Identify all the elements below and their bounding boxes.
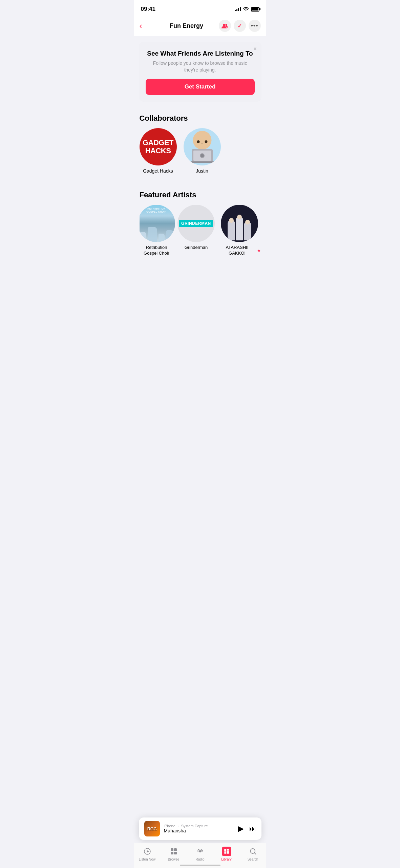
tab-library[interactable]: Library (216, 847, 237, 861)
atarashii-avatar (221, 205, 258, 242)
svg-point-8 (199, 850, 201, 852)
tab-browse[interactable]: Browse (164, 847, 184, 861)
now-playing-destination: System Capture (181, 824, 208, 828)
tab-search[interactable]: Search (243, 847, 263, 861)
radio-icon (195, 847, 205, 856)
check-button[interactable]: ✓ (234, 20, 246, 32)
svg-rect-5 (174, 848, 177, 851)
now-playing-info: iPhone → System Capture Maharisha (164, 824, 234, 833)
now-playing-source: iPhone (164, 824, 175, 828)
banner-close-button[interactable]: × (253, 46, 256, 52)
svg-rect-9 (224, 849, 226, 852)
home-indicator (180, 865, 220, 866)
artists-list: RETRIBUTIONGOSPEL CHOIR RetributionGospe… (140, 205, 261, 260)
more-button[interactable]: ••• (249, 20, 261, 32)
featured-artists-title: Featured Artists (140, 191, 261, 199)
artist-name-retribution: RetributionGospel Choir (144, 245, 169, 256)
listen-now-icon (143, 847, 152, 856)
svg-point-1 (225, 24, 227, 26)
tab-radio[interactable]: Radio (190, 847, 210, 861)
battery-icon (251, 7, 259, 12)
search-icon (248, 847, 258, 856)
svg-line-14 (254, 853, 256, 855)
signal-icon (235, 7, 241, 11)
rgc-logo: RGC (144, 821, 160, 836)
artist-name-grinderman: Grinderman (185, 245, 208, 251)
featured-star-icon: ★ (257, 248, 261, 253)
wifi-icon (243, 6, 249, 12)
tab-label-listen-now: Listen Now (139, 857, 155, 861)
collaborator-justin[interactable]: Justin (184, 128, 221, 174)
artist-grinderman[interactable]: GRINDERMAN Grinderman (179, 205, 213, 256)
svg-point-13 (250, 849, 255, 853)
svg-rect-11 (224, 852, 226, 854)
status-time: 09:41 (141, 6, 155, 13)
svg-marker-3 (147, 850, 149, 853)
svg-point-0 (223, 24, 225, 26)
now-playing-bar[interactable]: RGC iPhone → System Capture Maharisha ▶ … (139, 817, 261, 840)
now-playing-title: Maharisha (164, 828, 234, 833)
svg-rect-6 (171, 852, 173, 854)
back-button[interactable]: ‹ (140, 21, 154, 31)
svg-rect-10 (227, 849, 229, 851)
retribution-avatar: RETRIBUTIONGOSPEL CHOIR (140, 205, 175, 242)
gadget-hacks-avatar: GADGET HACKS (140, 128, 177, 165)
featured-artists-section: Featured Artists RETRIBUTIONGOSPEL CHOIR (134, 184, 266, 263)
friends-button[interactable] (219, 20, 231, 32)
now-playing-arrow-icon: → (176, 824, 180, 828)
collaborators-section: Collaborators GADGET HACKS Gadget Hacks (134, 107, 266, 180)
collaborators-list: GADGET HACKS Gadget Hacks (140, 128, 261, 177)
artist-name-atarashii: ATARASHII GAKKO! (218, 245, 255, 256)
page-title: Fun Energy (154, 22, 219, 29)
svg-rect-7 (174, 852, 177, 854)
get-started-button[interactable]: Get Started (146, 79, 255, 95)
tab-label-browse: Browse (168, 857, 179, 861)
scroll-content: × See What Friends Are Listening To Foll… (134, 36, 266, 317)
tab-label-search: Search (248, 857, 258, 861)
collaborator-name-justin: Justin (196, 168, 208, 174)
tab-listen-now[interactable]: Listen Now (137, 847, 157, 861)
browse-icon (169, 847, 178, 856)
justin-avatar (184, 128, 221, 165)
skip-forward-button[interactable]: ⏭ (249, 825, 256, 833)
status-bar: 09:41 (134, 0, 266, 16)
collaborator-gadget-hacks[interactable]: GADGET HACKS Gadget Hacks (140, 128, 177, 174)
now-playing-controls: ▶ ⏭ (238, 824, 256, 833)
artist-name-atarashii-row: ATARASHII GAKKO! ★ (218, 245, 260, 256)
svg-rect-12 (227, 851, 229, 854)
collaborators-title: Collaborators (140, 114, 261, 123)
banner-title: See What Friends Are Listening To (146, 50, 255, 57)
friends-banner: × See What Friends Are Listening To Foll… (139, 42, 261, 102)
tab-bar: Listen Now Browse Radio (134, 843, 266, 868)
nav-header: ‹ Fun Energy ✓ ••• (134, 16, 266, 36)
artist-atarashii[interactable]: ATARASHII GAKKO! ★ (218, 205, 260, 256)
grinderman-avatar: GRINDERMAN (177, 205, 215, 242)
nav-actions: ✓ ••• (219, 20, 261, 32)
grinderman-text: GRINDERMAN (179, 220, 213, 227)
tab-label-library: Library (221, 857, 232, 861)
play-button[interactable]: ▶ (238, 824, 244, 833)
tab-label-radio: Radio (195, 857, 204, 861)
svg-rect-4 (171, 848, 173, 851)
collaborator-name-gadget-hacks: Gadget Hacks (143, 168, 173, 174)
library-icon (222, 847, 231, 856)
banner-subtitle: Follow people you know to browse the mus… (146, 60, 255, 73)
now-playing-artwork: RGC (144, 821, 160, 836)
artist-retribution[interactable]: RETRIBUTIONGOSPEL CHOIR RetributionGospe… (140, 205, 174, 256)
status-icons (235, 6, 259, 12)
